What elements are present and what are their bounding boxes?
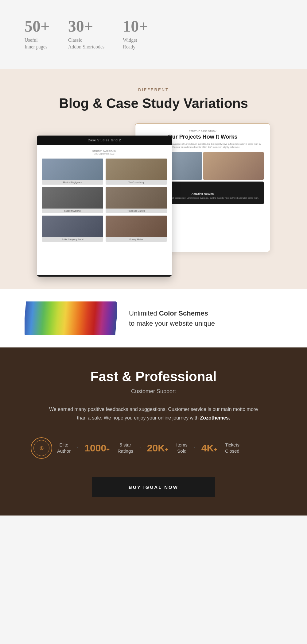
support-section: Fast & Professional Customer Support We … — [0, 347, 307, 516]
ratings-plus: + — [106, 447, 110, 453]
grid-cell-1: Medical Negligence — [42, 159, 103, 185]
tickets-plus: + — [214, 447, 217, 453]
stats-row: ⊕ EliteAuthor · 1000+ 5 starRatings · 20… — [25, 437, 282, 459]
screenshots-container: STARTUP CASE STUDY Our Projects How It W… — [12, 123, 295, 270]
blog-eyebrow: DIFFERENT — [12, 87, 295, 92]
stat-item-2: 30+ ClassicAddon Shortcodes — [68, 18, 105, 51]
support-body: We earned many positive feedbacks and su… — [46, 405, 261, 422]
elite-author-label: EliteAuthor — [57, 442, 71, 454]
sep-3: · — [194, 444, 195, 451]
buy-button-wrapper: BUY IGUAL NOW — [25, 477, 282, 497]
stats-section: 50+ UsefulInner pages 30+ ClassicAddon S… — [0, 0, 307, 69]
front-header-title: Case Studies Grid 2 — [88, 139, 121, 142]
tickets-number: 4K+ — [201, 443, 217, 453]
grid-cell-label-4: Trade and Markets — [106, 209, 167, 213]
grid-cell-4: Trade and Markets — [106, 187, 167, 213]
stat-number-3: 10+ — [123, 18, 148, 34]
color-section: Unlimited Color Schemes to make your web… — [0, 289, 307, 347]
grid-cell-6: Privacy Matter — [106, 216, 167, 242]
badge-circle: ⊕ — [31, 437, 52, 459]
stat-label-1: UsefulInner pages — [25, 37, 50, 51]
front-header: Case Studies Grid 2 — [37, 136, 172, 145]
grid-cell-label-3: Support Systems — [42, 209, 103, 213]
screenshot-front: Case Studies Grid 2 STARTUP CASE STUDY 2… — [37, 136, 172, 277]
ratings-number: 1000+ — [84, 443, 110, 453]
buy-button[interactable]: BUY IGUAL NOW — [92, 477, 215, 497]
blog-section: DIFFERENT Blog & Case Study Variations S… — [0, 69, 307, 289]
badge-label: EliteAuthor — [57, 442, 71, 454]
sep-1: · — [77, 444, 78, 451]
stat-number-1: 50+ — [25, 18, 50, 34]
stat-number-2: 30+ — [68, 18, 105, 34]
sold-item: 20K+ ItemsSold — [147, 442, 188, 454]
color-text: Unlimited Color Schemes to make your web… — [129, 308, 215, 328]
color-text-plain: Unlimited — [129, 309, 159, 317]
grid-cell-label-1: Medical Negligence — [42, 180, 103, 185]
grid-cell-label-2: Tax Consultancy — [106, 180, 167, 185]
back-label: STARTUP CASE STUDY — [142, 130, 264, 132]
sep-2: · — [139, 444, 141, 451]
badge-icon: ⊕ — [39, 445, 44, 451]
grid-cell-label-5: Public Company Fraud — [42, 237, 103, 242]
grid-cell-3: Support Systems — [42, 187, 103, 213]
tickets-item: 4K+ TicketsClosed — [201, 442, 239, 454]
sold-label: ItemsSold — [173, 442, 188, 454]
tickets-num: 4K+ — [201, 443, 217, 453]
stat-label-2: ClassicAddon Shortcodes — [68, 37, 105, 51]
sold-num: 20K+ — [147, 443, 168, 453]
stat-label-3: WidgetReady — [123, 37, 148, 51]
color-text-rest: to make your website unique — [129, 320, 215, 327]
support-brand: Zozothemes. — [200, 415, 230, 420]
ratings-label: 5 starRatings — [115, 442, 133, 454]
support-title: Fast & Professional — [25, 369, 282, 384]
front-sub-label: STARTUP CASE STUDY — [42, 150, 167, 152]
support-subtitle: Customer Support — [46, 387, 261, 396]
tickets-text: TicketsClosed — [225, 442, 239, 454]
grid-cell-label-6: Privacy Matter — [106, 237, 167, 242]
sold-text: ItemsSold — [176, 442, 188, 454]
tickets-label: TicketsClosed — [222, 442, 239, 454]
grid-cell-5: Public Company Fraud — [42, 216, 103, 242]
ratings-num: 1000+ — [84, 443, 110, 453]
sold-number: 20K+ — [147, 443, 168, 453]
ratings-text: 5 starRatings — [118, 442, 133, 454]
front-sub-date: 22 / September 2022 — [42, 153, 167, 155]
sold-plus: + — [165, 447, 168, 453]
elite-author-badge: ⊕ EliteAuthor — [31, 437, 71, 459]
blog-title: Blog & Case Study Variations — [12, 96, 295, 111]
stat-item-1: 50+ UsefulInner pages — [25, 18, 50, 51]
color-text-bold: Color Schemes — [159, 309, 208, 317]
stat-item-3: 10+ WidgetReady — [123, 18, 148, 51]
back-img-2 — [203, 152, 264, 180]
rainbow-image — [25, 301, 117, 335]
grid-cell-2: Tax Consultancy — [106, 159, 167, 185]
ratings-item: 1000+ 5 starRatings — [84, 442, 133, 454]
